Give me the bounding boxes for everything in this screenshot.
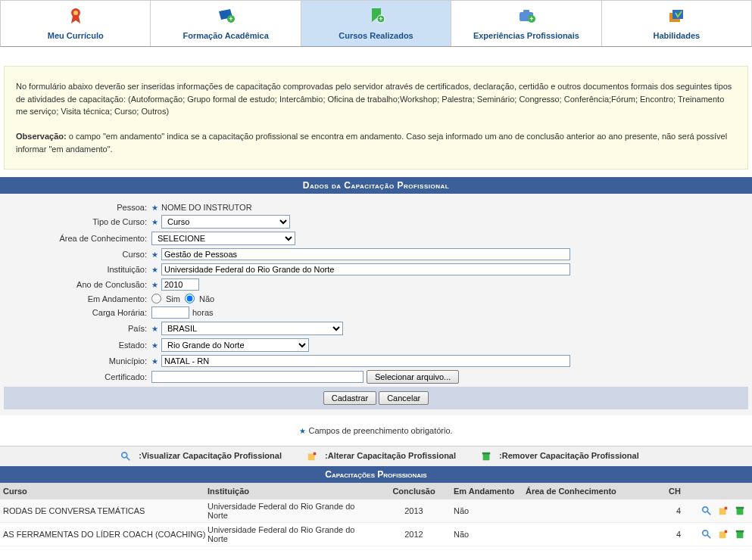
svg-line-13 — [126, 457, 129, 460]
cell-inst: Universidade Federal do Rio Grande do No… — [208, 502, 374, 520]
mun-input[interactable] — [161, 355, 570, 367]
ch-input[interactable] — [151, 306, 189, 319]
cell-inst: Universidade Federal do Rio Grande do No… — [208, 525, 374, 543]
required-star: ★ — [151, 281, 158, 289]
cell-concl: 2012 — [374, 530, 454, 539]
delete-icon[interactable] — [735, 529, 745, 540]
label-curso: Curso: — [4, 250, 151, 259]
required-star: ★ — [151, 325, 158, 333]
table-columns: Curso Instituição Conclusão Em Andamento… — [0, 483, 752, 499]
view-icon[interactable] — [701, 506, 712, 516]
edit-icon[interactable] — [718, 529, 729, 540]
legend-view: :Visualizar Capacitação Profissional — [113, 451, 284, 460]
svg-point-12 — [122, 453, 127, 458]
area-select[interactable]: SELECIONE — [151, 232, 295, 245]
svg-rect-22 — [737, 509, 744, 515]
label-inst: Instituição: — [4, 265, 151, 274]
label-ano: Ano de Conclusão: — [4, 280, 151, 289]
cell-and: Não — [454, 530, 526, 539]
skills-icon — [667, 7, 685, 25]
tab-habilidades[interactable]: Habilidades — [602, 1, 751, 46]
label-estado: Estado: — [4, 341, 151, 350]
edit-icon — [307, 451, 317, 462]
table-body: RODAS DE CONVERSA TEMÁTICASUniversidade … — [0, 499, 752, 546]
cell-and: Não — [454, 506, 526, 515]
tab-curriculo[interactable]: Meu Currículo — [1, 1, 151, 46]
col-inst: Instituição — [208, 487, 374, 496]
svg-line-25 — [707, 535, 710, 538]
pessoa-value: NOME DO INSTRUTOR — [161, 203, 252, 212]
label-pais: País: — [4, 324, 151, 333]
col-and: Em Andamento — [454, 487, 526, 496]
inst-input[interactable] — [161, 263, 570, 275]
estado-select[interactable]: Rio Grande do Norte — [161, 338, 309, 352]
briefcase-icon: + — [517, 7, 535, 25]
book-icon: + — [217, 7, 235, 25]
radio-nao[interactable] — [185, 294, 195, 303]
curso-input[interactable] — [161, 248, 570, 260]
radio-sim[interactable] — [151, 294, 161, 303]
info-box: No formulário abaixo deverão ser inserid… — [4, 66, 748, 170]
info-paragraph: No formulário abaixo deverão ser inserid… — [16, 80, 736, 118]
cert-input[interactable] — [151, 371, 364, 383]
cell-concl: 2013 — [374, 506, 454, 515]
cancelar-button[interactable]: Cancelar — [379, 391, 429, 405]
trash-icon — [481, 451, 491, 462]
section-header: Dados da Capacitação Profissional — [0, 177, 752, 194]
magnifier-icon — [120, 451, 131, 462]
form-area: Pessoa: ★NOME DO INSTRUTOR Tipo de Curso… — [0, 194, 752, 415]
svg-point-18 — [703, 507, 708, 512]
svg-rect-21 — [725, 507, 728, 510]
svg-text:+: + — [379, 15, 382, 23]
required-star: ★ — [299, 427, 306, 435]
cadastrar-button[interactable]: Cadastrar — [323, 391, 376, 405]
label-cert: Certificado: — [4, 372, 151, 381]
required-star: ★ — [151, 357, 158, 366]
pais-select[interactable]: BRASIL — [161, 322, 343, 335]
tab-cursos[interactable]: + Cursos Realizados — [301, 1, 451, 46]
tab-label: Formação Acadêmica — [154, 31, 296, 40]
svg-rect-29 — [736, 530, 744, 533]
svg-rect-28 — [737, 532, 744, 539]
button-bar: Cadastrar Cancelar — [4, 387, 748, 409]
svg-line-19 — [707, 512, 710, 515]
label-municipio: Município: — [4, 356, 151, 366]
main-tabs: Meu Currículo + Formação Acadêmica + Cur… — [0, 0, 752, 47]
table-title: Capacitações Profissionais — [0, 466, 752, 483]
col-area: Área de Conhecimento — [526, 487, 654, 496]
required-star: ★ — [151, 250, 158, 259]
edit-icon[interactable] — [718, 506, 729, 516]
table-row: AS FERRAMENTAS DO LÍDER COACH (COACHING)… — [0, 523, 752, 546]
tab-formacao[interactable]: + Formação Acadêmica — [151, 1, 301, 46]
svg-point-24 — [703, 530, 708, 536]
col-ch: CH — [654, 487, 681, 496]
cell-curso: AS FERRAMENTAS DO LÍDER COACH (COACHING) — [3, 530, 208, 539]
cell-curso: RODAS DE CONVERSA TEMÁTICAS — [3, 506, 208, 515]
tab-label: Experiências Profissionais — [455, 31, 597, 40]
legend-bar: :Visualizar Capacitação Profissional :Al… — [0, 446, 752, 466]
label-tipo: Tipo de Curso: — [4, 217, 151, 226]
required-caption: ★ Campos de preenchimento obrigatório. — [0, 426, 752, 435]
tab-experiencias[interactable]: + Experiências Profissionais — [451, 1, 601, 46]
info-observation: Observação: o campo "em andamento" indic… — [16, 130, 736, 155]
file-select-button[interactable]: Selecionar arquivo... — [367, 370, 459, 384]
svg-text:+: + — [229, 15, 232, 23]
tipo-select[interactable]: Curso — [161, 215, 290, 229]
legend-del: :Remover Capacitação Profissional — [473, 451, 639, 460]
cell-ch: 4 — [654, 506, 681, 515]
tab-label: Meu Currículo — [5, 31, 146, 40]
tab-label: Habilidades — [606, 31, 747, 40]
delete-icon[interactable] — [735, 506, 745, 516]
col-curso: Curso — [3, 487, 208, 496]
label-ch: Carga Horária: — [4, 308, 151, 317]
svg-rect-16 — [483, 454, 490, 461]
ano-input[interactable] — [161, 278, 199, 291]
svg-rect-27 — [725, 530, 728, 534]
table-row: RODAS DE CONVERSA TEMÁTICASUniversidade … — [0, 499, 752, 523]
svg-rect-15 — [314, 453, 317, 456]
tab-label: Cursos Realizados — [305, 31, 447, 40]
svg-rect-17 — [482, 453, 491, 455]
svg-rect-23 — [736, 507, 744, 509]
view-icon[interactable] — [701, 529, 712, 540]
cell-ch: 4 — [654, 530, 681, 539]
